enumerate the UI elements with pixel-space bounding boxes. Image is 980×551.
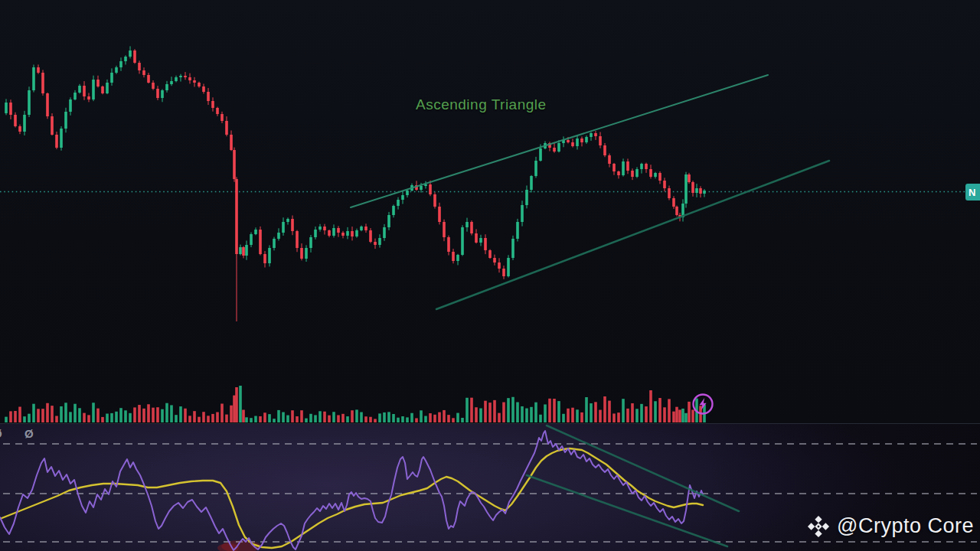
trading-chart-app: Ascending Triangle N Ø Ø @ (0, 0, 980, 551)
watermark: @Crypto Core (807, 514, 974, 538)
main-chart: Ascending Triangle N (0, 0, 980, 423)
watermark-handle: @Crypto Core (837, 514, 974, 538)
candlestick-layer (0, 0, 980, 423)
binance-logo-icon (807, 515, 830, 538)
indicator-legend: Ø Ø (0, 425, 34, 441)
annotation-ascending-triangle: Ascending Triangle (416, 96, 547, 113)
price-axis-label: N (965, 184, 980, 201)
indicator-visibility-icon[interactable]: Ø (24, 427, 34, 440)
hidden-indicator-icon: Ø (0, 427, 6, 440)
lightning-icon[interactable] (691, 393, 714, 416)
